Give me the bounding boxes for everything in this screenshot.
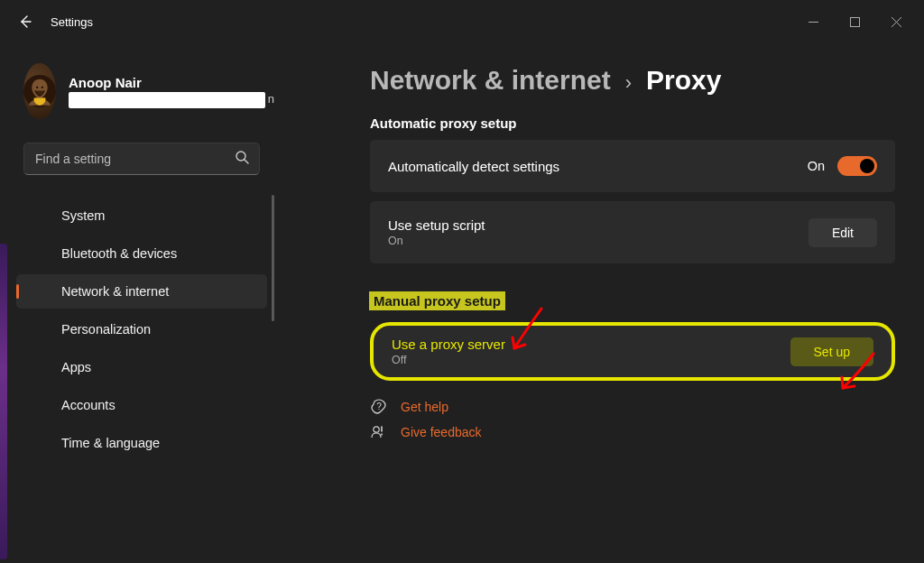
card-label: Automatically detect settings bbox=[388, 159, 559, 174]
sidebar-item-label: Apps bbox=[61, 360, 91, 374]
toggle-state-label: On bbox=[808, 159, 825, 173]
sidebar-item-label: Accounts bbox=[61, 398, 116, 412]
page-title: Proxy bbox=[646, 65, 721, 96]
search-icon bbox=[235, 150, 249, 168]
sidebar-item-personalization[interactable]: Personalization bbox=[16, 312, 267, 346]
window-edge-accent bbox=[0, 244, 7, 559]
svg-rect-0 bbox=[850, 17, 859, 26]
sidebar-item-label: Time & language bbox=[61, 436, 160, 450]
card-sub: Off bbox=[392, 354, 505, 366]
link-label: Give feedback bbox=[401, 425, 482, 439]
breadcrumb: Network & internet › Proxy bbox=[370, 65, 895, 96]
card-label: Use setup script bbox=[388, 217, 485, 233]
sidebar-item-label: Personalization bbox=[61, 322, 151, 337]
minimize-icon bbox=[808, 17, 818, 27]
svg-point-6 bbox=[374, 427, 379, 432]
card-use-proxy[interactable]: Use a proxy server Off Set up bbox=[370, 322, 895, 381]
arrow-left-icon bbox=[18, 14, 32, 29]
avatar bbox=[23, 63, 56, 119]
minimize-button[interactable] bbox=[792, 7, 834, 36]
maximize-icon bbox=[850, 17, 860, 27]
edit-button[interactable]: Edit bbox=[808, 218, 877, 247]
search-input[interactable] bbox=[23, 143, 260, 175]
close-icon bbox=[892, 17, 901, 27]
app-title: Settings bbox=[51, 15, 93, 29]
sidebar-item-apps[interactable]: Apps bbox=[16, 350, 267, 384]
card-auto-detect[interactable]: Automatically detect settings On bbox=[370, 140, 895, 192]
sidebar-item-label: System bbox=[61, 208, 105, 223]
feedback-icon bbox=[370, 424, 388, 440]
section-title-auto: Automatic proxy setup bbox=[370, 115, 895, 131]
help-link[interactable]: ? Get help bbox=[370, 399, 895, 415]
sidebar-item-label: Bluetooth & devices bbox=[61, 246, 177, 261]
chevron-right-icon: › bbox=[625, 71, 632, 95]
back-button[interactable] bbox=[7, 4, 43, 40]
main: Network & internet › Proxy Automatic pro… bbox=[280, 43, 924, 563]
titlebar: Settings bbox=[0, 0, 924, 43]
sidebar-item-network[interactable]: Network & internet bbox=[16, 274, 267, 309]
window-controls bbox=[792, 7, 917, 36]
nav: System Bluetooth & devices Network & int… bbox=[11, 195, 273, 464]
svg-point-2 bbox=[36, 87, 38, 88]
user-block[interactable]: Anoop Nair bbox=[11, 43, 273, 137]
search-wrap bbox=[23, 143, 260, 175]
link-label: Get help bbox=[401, 400, 448, 414]
setup-button[interactable]: Set up bbox=[790, 337, 873, 366]
sidebar-item-bluetooth[interactable]: Bluetooth & devices bbox=[16, 236, 267, 271]
nav-scrollbar[interactable] bbox=[272, 195, 274, 321]
section-title-manual: Manual proxy setup bbox=[370, 292, 504, 309]
user-name: Anoop Nair bbox=[69, 75, 265, 90]
maximize-button[interactable] bbox=[834, 7, 875, 36]
svg-text:?: ? bbox=[376, 401, 382, 411]
svg-point-3 bbox=[42, 87, 43, 88]
sidebar-item-system[interactable]: System bbox=[16, 198, 267, 233]
breadcrumb-parent[interactable]: Network & internet bbox=[370, 65, 611, 96]
feedback-link[interactable]: Give feedback bbox=[370, 424, 895, 440]
card-sub: On bbox=[388, 235, 485, 247]
card-label: Use a proxy server bbox=[392, 337, 505, 352]
sidebar-item-time-language[interactable]: Time & language bbox=[16, 426, 267, 460]
svg-point-4 bbox=[236, 152, 245, 161]
user-email-redacted bbox=[69, 92, 265, 108]
toggle-auto-detect[interactable] bbox=[837, 156, 877, 176]
sidebar-item-label: Network & internet bbox=[61, 284, 169, 299]
sidebar-item-accounts[interactable]: Accounts bbox=[16, 388, 267, 422]
sidebar: Anoop Nair System Bluetooth & devices Ne… bbox=[0, 43, 280, 563]
close-button[interactable] bbox=[875, 7, 917, 36]
help-icon: ? bbox=[370, 399, 388, 415]
card-setup-script[interactable]: Use setup script On Edit bbox=[370, 201, 895, 263]
